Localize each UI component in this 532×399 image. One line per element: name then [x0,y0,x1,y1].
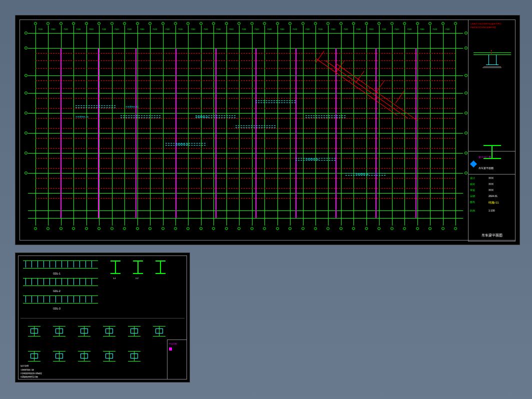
grid-marker [340,22,342,25]
connection-detail [50,324,68,341]
dimension-text: 7500 [382,28,386,30]
grid-marker [314,22,317,25]
dimension-text: 7500 [356,28,360,30]
grid-line-vertical [48,26,48,226]
grid-line-horizontal [28,153,463,154]
grid-line-vertical [392,26,392,226]
grid-marker [416,227,419,230]
column-line [60,48,62,218]
drawing-title: 吊车梁平面图 [478,166,494,170]
dimension-text: 7500 [50,28,55,30]
grid-marker [24,172,28,174]
grid-marker [276,22,279,25]
grid-line-vertical [112,26,112,226]
main-title: 吊车梁平面图 [482,234,502,237]
beam-elevation-1 [23,260,98,270]
connection-details [20,318,184,376]
column-line [256,48,256,218]
dimension-text: 7500 [369,28,374,30]
dimension-text: 7500 [318,28,322,30]
sec-note-3: 3.翼缘板厚度见详图 [20,376,38,378]
dimension-text: 7500 [178,28,182,30]
checker-name: XXX [488,182,494,186]
grid-marker [225,22,228,25]
grid-marker [340,227,342,230]
grid-line-vertical [188,26,188,226]
connection-detail [126,348,143,366]
grid-marker [442,227,444,230]
grid-line-vertical [124,26,125,226]
dimension-text: 7500 [76,28,80,30]
section-label-1: 1-1 [113,277,116,280]
column-line [416,48,416,218]
grid-marker [464,92,468,94]
grid-line-vertical [86,26,87,226]
sheet-label: 图号 [470,200,475,204]
date-value: 2024.01 [488,194,498,198]
crane-beam [76,108,116,108]
grid-line-vertical [163,26,164,226]
dimension-text: 7500 [114,28,119,30]
main-drawing-panel: 1.本图尺寸除注明外均以毫米为单位 2.钢材采用Q345B,焊条E50型 某工业… [15,15,520,245]
dimension-text: 7500 [420,28,424,30]
beam-callout-5: 吊车梁GDL-3a [306,158,318,160]
dimension-text: 7500 [216,28,220,30]
grid-marker [464,46,468,50]
dimension-text: 7500 [127,28,132,30]
grid-marker [464,32,468,34]
grid-line-vertical [354,26,354,226]
grid-marker [24,132,28,134]
grid-line-vertical [341,26,342,226]
grid-marker [416,22,419,25]
grid-line-horizontal [28,218,463,218]
grid-marker [390,22,394,25]
grid-marker [302,22,304,25]
dimension-text: 7500 [344,28,348,30]
grid-marker [110,227,114,230]
grid-marker [60,22,62,25]
brace-line [316,58,398,116]
grid-marker [250,22,254,25]
column-line [98,48,99,218]
grid-marker [442,22,444,25]
grid-marker [454,22,457,25]
sec-title: 节点详图 [169,342,177,345]
column-line [176,48,176,218]
connection-detail [100,324,118,341]
grid-marker [200,227,202,230]
beam-callout-3: 吊车梁GDL-2a [196,116,208,118]
dimension-text: 7500 [292,28,297,30]
beam-label-2: GDL-2 [53,290,60,292]
grid-marker [454,227,457,230]
project-name: 某工业厂房 [478,156,491,158]
grid-line-vertical [99,26,100,226]
grid-line-vertical [36,26,36,226]
note-text-2: 2.钢材采用Q345B,焊条E50型 [470,26,496,28]
connection-detail [150,324,168,341]
connection-detail [76,348,93,366]
secondary-title-block: 节点详图 [167,340,187,380]
grid-line-vertical [278,26,278,226]
section-detail-1 [108,260,123,276]
designer-name: XXX [488,176,494,180]
connection-detail [76,324,93,341]
note-text: 1.本图尺寸除注明外均以毫米为单位 [470,22,502,25]
crane-beam [236,128,276,128]
dimension-text: 7500 [190,28,195,30]
grid-line-vertical [404,26,405,226]
grid-line-vertical [138,26,138,226]
dimension-text: 7500 [330,28,335,30]
grid-marker [162,227,164,230]
scale-value: 1:100 [488,209,495,212]
brace-line [336,61,344,74]
sec-note-1: 1.焊缝等级二级 [20,368,34,371]
brace-line [376,81,384,94]
dimension-text: 7500 [204,28,208,30]
grid-line-horizontal [28,76,463,76]
grid-line-vertical [201,26,202,226]
connection-detail [50,348,68,366]
dimension-text: 7500 [432,28,437,30]
grid-marker [464,172,468,174]
grid-marker [250,227,254,230]
grid-marker [24,92,28,94]
